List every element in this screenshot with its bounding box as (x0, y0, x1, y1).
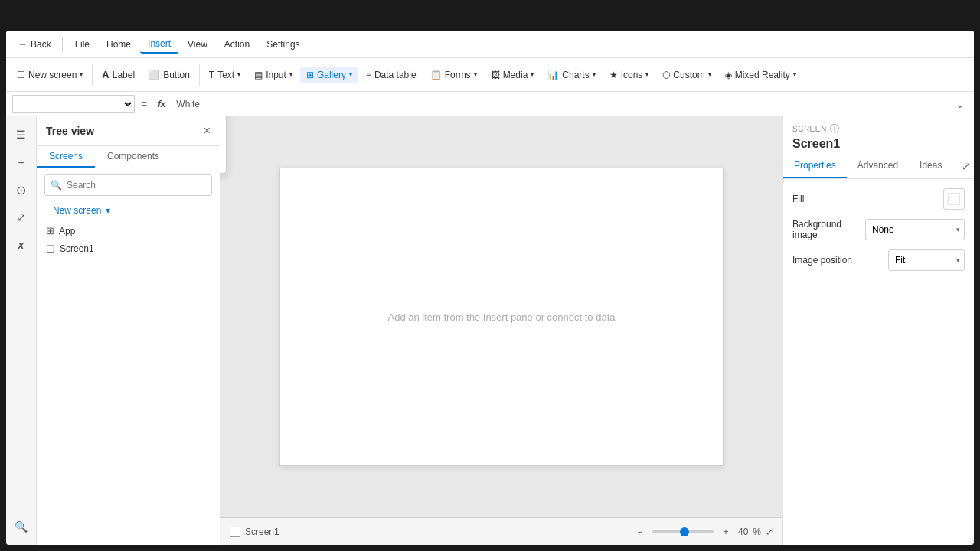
right-tab-ideas[interactable]: Ideas (909, 154, 952, 178)
text-caret: ▾ (237, 71, 240, 78)
screen-section-label: SCREEN ⓘ (792, 122, 965, 135)
tree-search-input[interactable] (44, 174, 212, 196)
zoom-value: 40 (738, 527, 748, 537)
image-position-select[interactable]: Fit (888, 249, 965, 271)
tree-tab-screens[interactable]: Screens (37, 146, 95, 168)
new-screen-tree-button[interactable]: + New screen ▾ (37, 202, 220, 219)
right-panel-header: SCREEN ⓘ Screen1 (783, 116, 974, 154)
back-button[interactable]: ← Back (12, 36, 57, 53)
toolbar: ☐ New screen ▾ A Label ⬜ Button T Text ▾… (6, 58, 974, 92)
menu-insert[interactable]: Insert (140, 35, 178, 54)
custom-icon: ⬡ (662, 70, 670, 80)
tree-close-button[interactable]: × (204, 124, 211, 138)
background-image-row: Background image None (792, 219, 965, 240)
button-button[interactable]: ⬜ Button (142, 67, 196, 83)
input-button[interactable]: ▤ Input ▾ (248, 67, 299, 83)
menu-view[interactable]: View (180, 36, 215, 53)
canvas-footer: Screen1 − + 40 % ⤢ (220, 517, 782, 545)
hamburger-button[interactable]: ☰ (9, 122, 34, 147)
screen1-icon: ☐ (46, 243, 55, 255)
title-bar (0, 0, 980, 24)
image-position-value-wrap: Fit (888, 249, 965, 271)
menu-settings[interactable]: Settings (259, 36, 307, 53)
screen-checkbox[interactable] (230, 527, 240, 537)
search-panel-button[interactable]: 🔍 (9, 514, 34, 539)
icons-button[interactable]: ★ Icons ▾ (603, 67, 655, 83)
mixed-reality-button[interactable]: ◈ Mixed Reality ▾ (719, 67, 802, 83)
menu-home[interactable]: Home (99, 36, 139, 53)
forms-button[interactable]: 📋 Forms ▾ (424, 67, 483, 83)
menu-file[interactable]: File (67, 36, 97, 53)
formula-bar: = fx ⌄ (6, 92, 974, 116)
right-tab-advanced[interactable]: Advanced (847, 154, 909, 178)
charts-label: Charts (562, 70, 589, 80)
data-button[interactable]: ⊙ (9, 178, 34, 202)
new-screen-button[interactable]: ☐ New screen ▾ (11, 67, 89, 83)
label-btn-label: Label (113, 70, 135, 80)
zoom-slider[interactable] (652, 530, 714, 533)
data-table-icon: ≡ (366, 70, 371, 80)
variable-button[interactable]: x (9, 233, 34, 257)
screen-info-icon: ⓘ (830, 122, 840, 135)
mixed-reality-label: Mixed Reality (735, 70, 790, 80)
gallery-btn-label: Gallery (317, 70, 346, 80)
text-btn-label: Text (217, 70, 234, 80)
back-label: Back (31, 39, 51, 50)
bg-image-select[interactable]: None (865, 219, 965, 240)
menu-separator (62, 37, 63, 52)
fill-property-icon[interactable] (943, 188, 965, 210)
screen-name-heading: Screen1 (792, 137, 965, 151)
screen-label-text: SCREEN (792, 125, 827, 133)
add-panel-button[interactable]: + (9, 150, 34, 174)
fill-property-label: Fill (792, 194, 943, 204)
bg-image-label: Background image (792, 219, 865, 240)
new-screen-tree-caret: ▾ (106, 205, 110, 216)
icons-icon: ★ (609, 70, 618, 80)
button-icon: ⬜ (149, 70, 160, 80)
input-icon: ▤ (254, 70, 263, 80)
media-icon: 🖼 (491, 70, 500, 80)
formula-input[interactable] (173, 95, 949, 113)
new-screen-icon: ☐ (17, 70, 25, 80)
menu-bar: ← Back File Home Insert View Action Sett… (6, 31, 974, 58)
right-panel-expand-button[interactable]: ⤢ (952, 154, 974, 178)
search-icon: 🔍 (15, 520, 28, 533)
right-tab-properties[interactable]: Properties (783, 154, 847, 178)
gallery-button[interactable]: ⊞ Gallery ▾ (300, 67, 358, 83)
tree-tabs: Screens Components (37, 146, 220, 168)
tree-item-screen1[interactable]: ☐ Screen1 ··· (37, 240, 220, 258)
zoom-expand-button[interactable]: ⤢ (766, 527, 773, 537)
custom-button[interactable]: ⬡ Custom ▾ (656, 67, 717, 83)
tree-search-area: 🔍 (37, 168, 220, 202)
tree-search-wrap: 🔍 (44, 174, 212, 196)
new-screen-plus-icon: + (44, 205, 50, 216)
icons-label: Icons (621, 70, 643, 80)
text-button[interactable]: T Text ▾ (203, 67, 247, 83)
zoom-out-button[interactable]: − (632, 524, 648, 540)
flow-button[interactable]: ⤢ (9, 205, 34, 230)
charts-button[interactable]: 📊 Charts ▾ (541, 67, 601, 83)
app-item-label: App (59, 226, 75, 236)
canvas[interactable]: Add an item from the Insert pane or conn… (279, 168, 724, 466)
data-table-button[interactable]: ≡ Data table (360, 67, 423, 83)
label-button[interactable]: A Label (96, 66, 141, 83)
flow-icon: ⤢ (17, 211, 26, 223)
formula-expand-icon[interactable]: ⌄ (952, 96, 968, 112)
variable-icon: x (18, 239, 24, 251)
tree-tab-components[interactable]: Components (95, 146, 172, 168)
canvas-placeholder-text: Add an item from the Insert pane or conn… (387, 311, 615, 323)
text-icon: T (209, 70, 214, 80)
media-button[interactable]: 🖼 Media ▾ (485, 67, 541, 83)
forms-icon: 📋 (430, 70, 442, 80)
icons-caret: ▾ (645, 71, 648, 78)
input-btn-label: Input (266, 70, 286, 80)
zoom-in-button[interactable]: + (718, 524, 733, 540)
back-arrow-icon: ← (18, 39, 28, 50)
menu-action[interactable]: Action (217, 36, 257, 53)
fill-color-icon (948, 193, 960, 205)
charts-icon: 📊 (547, 70, 559, 80)
formula-property-select[interactable] (12, 95, 135, 113)
formula-equals-icon[interactable]: = (138, 96, 150, 112)
tree-item-app[interactable]: ⊞ App (37, 222, 220, 240)
input-caret: ▾ (289, 71, 292, 78)
